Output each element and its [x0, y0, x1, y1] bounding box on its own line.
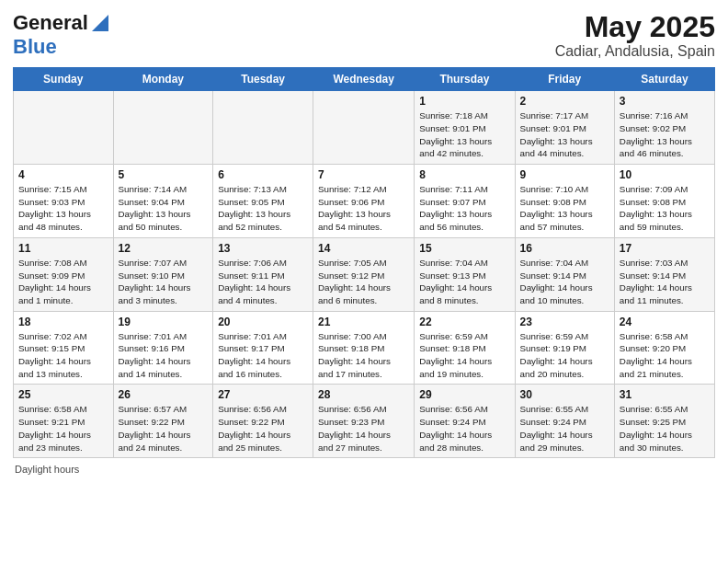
- cell-info-text: Sunrise: 7:16 AM Sunset: 9:02 PM Dayligh…: [620, 109, 710, 160]
- logo: General Blue: [13, 11, 108, 59]
- header: General Blue May 2025 Cadiar, Andalusia,…: [13, 11, 715, 60]
- footer: Daylight hours: [13, 464, 715, 475]
- cell-info-text: Sunrise: 7:13 AM Sunset: 9:05 PM Dayligh…: [218, 183, 308, 234]
- table-row: 2Sunrise: 7:17 AM Sunset: 9:01 PM Daylig…: [515, 91, 614, 165]
- cell-info-text: Sunrise: 6:58 AM Sunset: 9:21 PM Dayligh…: [18, 403, 108, 454]
- cell-info-text: Sunrise: 7:02 AM Sunset: 9:15 PM Dayligh…: [18, 330, 108, 381]
- table-row: 23Sunrise: 6:59 AM Sunset: 9:19 PM Dayli…: [515, 311, 614, 385]
- logo-blue: Blue: [13, 35, 57, 58]
- table-row: 21Sunrise: 7:00 AM Sunset: 9:18 PM Dayli…: [313, 311, 415, 385]
- cell-info-text: Sunrise: 6:56 AM Sunset: 9:24 PM Dayligh…: [419, 403, 509, 454]
- cell-day-number: 7: [318, 168, 409, 181]
- cell-day-number: 11: [18, 242, 108, 255]
- col-thursday: Thursday: [415, 68, 515, 91]
- logo-general: General: [13, 11, 88, 35]
- table-row: 9Sunrise: 7:10 AM Sunset: 9:08 PM Daylig…: [515, 165, 614, 238]
- cell-info-text: Sunrise: 6:55 AM Sunset: 9:25 PM Dayligh…: [620, 403, 710, 454]
- cell-day-number: 21: [318, 316, 409, 328]
- cell-day-number: 26: [119, 388, 209, 401]
- cell-day-number: 13: [218, 242, 308, 255]
- cell-day-number: 22: [419, 316, 509, 328]
- cell-info-text: Sunrise: 7:00 AM Sunset: 9:18 PM Dayligh…: [318, 330, 409, 381]
- week-row-1: 4Sunrise: 7:15 AM Sunset: 9:03 PM Daylig…: [14, 165, 715, 238]
- week-row-2: 11Sunrise: 7:08 AM Sunset: 9:09 PM Dayli…: [14, 237, 715, 311]
- calendar-subtitle: Cadiar, Andalusia, Spain: [555, 43, 715, 60]
- header-row: Sunday Monday Tuesday Wednesday Thursday…: [14, 68, 715, 91]
- table-row: 16Sunrise: 7:04 AM Sunset: 9:14 PM Dayli…: [515, 237, 614, 311]
- cell-info-text: Sunrise: 7:08 AM Sunset: 9:09 PM Dayligh…: [18, 257, 108, 307]
- table-row: 25Sunrise: 6:58 AM Sunset: 9:21 PM Dayli…: [14, 385, 114, 458]
- cell-day-number: 20: [218, 316, 308, 328]
- cell-info-text: Sunrise: 7:12 AM Sunset: 9:06 PM Dayligh…: [318, 183, 409, 234]
- table-row: 18Sunrise: 7:02 AM Sunset: 9:15 PM Dayli…: [14, 311, 114, 385]
- table-row: 8Sunrise: 7:11 AM Sunset: 9:07 PM Daylig…: [415, 165, 515, 238]
- cell-day-number: 17: [620, 242, 710, 255]
- table-row: 20Sunrise: 7:01 AM Sunset: 9:17 PM Dayli…: [213, 311, 313, 385]
- table-row: 30Sunrise: 6:55 AM Sunset: 9:24 PM Dayli…: [515, 385, 614, 458]
- table-row: 3Sunrise: 7:16 AM Sunset: 9:02 PM Daylig…: [614, 91, 714, 165]
- cell-day-number: 16: [520, 242, 609, 255]
- col-wednesday: Wednesday: [313, 68, 415, 91]
- week-row-3: 18Sunrise: 7:02 AM Sunset: 9:15 PM Dayli…: [14, 311, 715, 385]
- cell-info-text: Sunrise: 7:07 AM Sunset: 9:10 PM Dayligh…: [119, 257, 209, 307]
- table-row: 28Sunrise: 6:56 AM Sunset: 9:23 PM Dayli…: [313, 385, 415, 458]
- table-row: 14Sunrise: 7:05 AM Sunset: 9:12 PM Dayli…: [313, 237, 415, 311]
- table-row: 29Sunrise: 6:56 AM Sunset: 9:24 PM Dayli…: [415, 385, 515, 458]
- cell-info-text: Sunrise: 6:56 AM Sunset: 9:23 PM Dayligh…: [318, 403, 409, 454]
- cell-info-text: Sunrise: 6:55 AM Sunset: 9:24 PM Dayligh…: [520, 403, 609, 454]
- table-row: 26Sunrise: 6:57 AM Sunset: 9:22 PM Dayli…: [113, 385, 213, 458]
- cell-info-text: Sunrise: 6:59 AM Sunset: 9:18 PM Dayligh…: [419, 330, 509, 381]
- table-row: 15Sunrise: 7:04 AM Sunset: 9:13 PM Dayli…: [415, 237, 515, 311]
- cell-day-number: 29: [419, 388, 509, 401]
- col-tuesday: Tuesday: [213, 68, 313, 91]
- week-row-4: 25Sunrise: 6:58 AM Sunset: 9:21 PM Dayli…: [14, 385, 715, 458]
- cell-day-number: 25: [18, 388, 108, 401]
- cell-day-number: 10: [620, 168, 710, 181]
- footer-text: Daylight hours: [15, 464, 79, 475]
- table-row: 11Sunrise: 7:08 AM Sunset: 9:09 PM Dayli…: [14, 237, 114, 311]
- calendar-title: May 2025: [555, 11, 715, 43]
- cell-info-text: Sunrise: 7:03 AM Sunset: 9:14 PM Dayligh…: [620, 257, 710, 307]
- cell-day-number: 9: [520, 168, 609, 181]
- cell-day-number: 8: [419, 168, 509, 181]
- cell-day-number: 30: [520, 388, 609, 401]
- cell-info-text: Sunrise: 7:01 AM Sunset: 9:17 PM Dayligh…: [218, 330, 308, 381]
- cell-info-text: Sunrise: 6:58 AM Sunset: 9:20 PM Dayligh…: [620, 330, 710, 381]
- cell-day-number: 27: [218, 388, 308, 401]
- cell-day-number: 31: [620, 388, 710, 401]
- cell-info-text: Sunrise: 6:56 AM Sunset: 9:22 PM Dayligh…: [218, 403, 308, 454]
- table-row: [113, 91, 213, 165]
- table-row: 4Sunrise: 7:15 AM Sunset: 9:03 PM Daylig…: [14, 165, 114, 238]
- table-row: 27Sunrise: 6:56 AM Sunset: 9:22 PM Dayli…: [213, 385, 313, 458]
- table-row: 10Sunrise: 7:09 AM Sunset: 9:08 PM Dayli…: [614, 165, 714, 238]
- cell-day-number: 24: [620, 316, 710, 328]
- table-row: 13Sunrise: 7:06 AM Sunset: 9:11 PM Dayli…: [213, 237, 313, 311]
- col-saturday: Saturday: [614, 68, 714, 91]
- cell-info-text: Sunrise: 7:14 AM Sunset: 9:04 PM Dayligh…: [119, 183, 209, 234]
- table-row: 6Sunrise: 7:13 AM Sunset: 9:05 PM Daylig…: [213, 165, 313, 238]
- table-row: 31Sunrise: 6:55 AM Sunset: 9:25 PM Dayli…: [614, 385, 714, 458]
- cell-day-number: 14: [318, 242, 409, 255]
- cell-day-number: 28: [318, 388, 409, 401]
- week-row-0: 1Sunrise: 7:18 AM Sunset: 9:01 PM Daylig…: [14, 91, 715, 165]
- title-block: May 2025 Cadiar, Andalusia, Spain: [555, 11, 715, 60]
- calendar-table: Sunday Monday Tuesday Wednesday Thursday…: [13, 67, 715, 458]
- table-row: 7Sunrise: 7:12 AM Sunset: 9:06 PM Daylig…: [313, 165, 415, 238]
- cell-info-text: Sunrise: 7:05 AM Sunset: 9:12 PM Dayligh…: [318, 257, 409, 307]
- cell-day-number: 15: [419, 242, 509, 255]
- cell-info-text: Sunrise: 7:18 AM Sunset: 9:01 PM Dayligh…: [419, 109, 509, 160]
- table-row: 22Sunrise: 6:59 AM Sunset: 9:18 PM Dayli…: [415, 311, 515, 385]
- cell-info-text: Sunrise: 7:06 AM Sunset: 9:11 PM Dayligh…: [218, 257, 308, 307]
- cell-day-number: 5: [119, 168, 209, 181]
- cell-info-text: Sunrise: 7:15 AM Sunset: 9:03 PM Dayligh…: [18, 183, 108, 234]
- table-row: [14, 91, 114, 165]
- cell-day-number: 23: [520, 316, 609, 328]
- cell-info-text: Sunrise: 7:04 AM Sunset: 9:13 PM Dayligh…: [419, 257, 509, 307]
- cell-day-number: 1: [419, 95, 509, 108]
- cell-info-text: Sunrise: 6:59 AM Sunset: 9:19 PM Dayligh…: [520, 330, 609, 381]
- cell-day-number: 6: [218, 168, 308, 181]
- cell-info-text: Sunrise: 7:17 AM Sunset: 9:01 PM Dayligh…: [520, 109, 609, 160]
- table-row: [213, 91, 313, 165]
- col-monday: Monday: [113, 68, 213, 91]
- cell-info-text: Sunrise: 6:57 AM Sunset: 9:22 PM Dayligh…: [119, 403, 209, 454]
